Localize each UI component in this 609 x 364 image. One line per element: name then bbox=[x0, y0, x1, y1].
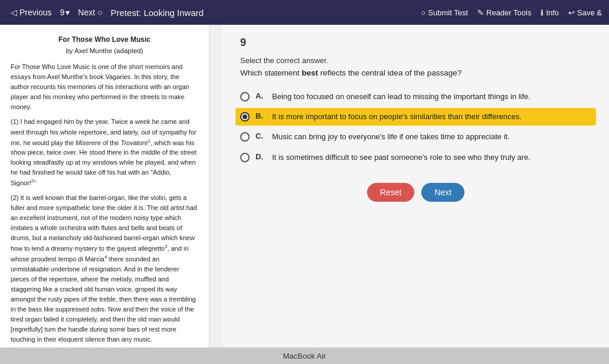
option-b-radio[interactable] bbox=[240, 112, 250, 122]
passage-paragraph-2: (2) It is well known that the barrel-org… bbox=[11, 193, 198, 345]
save-label: Save & bbox=[577, 8, 602, 17]
question-text: Which statement best reflects the centra… bbox=[240, 68, 591, 77]
radio-selected-dot bbox=[243, 114, 247, 119]
option-a-label: A. bbox=[256, 91, 266, 100]
option-d-row[interactable]: D. It is sometimes difficult to see past… bbox=[240, 150, 591, 165]
option-d-text: It is sometimes difficult to see past so… bbox=[272, 152, 531, 163]
option-a-text: Being too focused on oneself can lead to… bbox=[272, 91, 531, 102]
option-c-text: Music can bring joy to everyone's life i… bbox=[272, 132, 510, 142]
submit-test-button[interactable]: ○ Submit Test bbox=[421, 8, 468, 17]
option-d-radio[interactable] bbox=[240, 153, 250, 162]
info-button[interactable]: ℹ Info bbox=[541, 8, 559, 17]
save-icon: ↩ bbox=[568, 8, 575, 17]
option-b-row[interactable]: B. It is more important to focus on peop… bbox=[235, 108, 596, 126]
reader-tools-icon: ✎ bbox=[477, 8, 484, 17]
passage-intro: For Those Who Love Music is one of the s… bbox=[11, 62, 198, 112]
toolbar: ◁ Previous 9 ▾ Next ○ Pretest: Looking I… bbox=[0, 0, 609, 25]
previous-arrow-icon: ◁ bbox=[11, 8, 17, 17]
toolbar-right: ○ Submit Test ✎ Reader Tools ℹ Info ↩ Sa… bbox=[421, 8, 602, 17]
passage-subtitle: by Axel Munthe (adapted) bbox=[11, 46, 198, 56]
passage-text: For Those Who Love Music is one of the s… bbox=[11, 62, 198, 347]
action-buttons: Reset Next bbox=[240, 183, 591, 202]
question-number-selector[interactable]: 9 ▾ bbox=[60, 8, 70, 17]
options-list: A. Being too focused on oneself can lead… bbox=[240, 89, 591, 165]
info-icon: ℹ bbox=[541, 8, 543, 17]
option-b-text: It is more important to focus on people'… bbox=[272, 112, 522, 122]
option-b-label: B. bbox=[256, 112, 266, 120]
reset-button[interactable]: Reset bbox=[367, 183, 415, 202]
taskbar-label: MacBook Air bbox=[283, 352, 326, 360]
next-circle-icon: ○ bbox=[97, 8, 102, 17]
option-c-label: C. bbox=[256, 132, 266, 140]
passage-panel: For Those Who Love Music by Axel Munthe … bbox=[0, 25, 209, 347]
main-content: For Those Who Love Music by Axel Munthe … bbox=[0, 25, 609, 347]
submit-icon: ○ bbox=[421, 8, 425, 17]
info-label: Info bbox=[546, 8, 559, 17]
next-label: Next bbox=[78, 8, 95, 17]
next-question-button[interactable]: Next bbox=[421, 183, 464, 202]
option-a-row[interactable]: A. Being too focused on oneself can lead… bbox=[240, 89, 591, 104]
previous-button[interactable]: ◁ Previous bbox=[7, 5, 55, 19]
option-c-radio[interactable] bbox=[240, 132, 250, 142]
question-panel: 9 Select the correct answer. Which state… bbox=[222, 25, 609, 347]
option-c-row[interactable]: C. Music can bring joy to everyone's lif… bbox=[240, 129, 591, 145]
question-number-badge: 9 bbox=[240, 37, 591, 49]
option-d-label: D. bbox=[256, 152, 266, 161]
save-button[interactable]: ↩ Save & bbox=[568, 8, 602, 17]
reader-tools-button[interactable]: ✎ Reader Tools bbox=[477, 8, 531, 17]
question-num-dropdown-icon: ▾ bbox=[66, 8, 70, 17]
taskbar: MacBook Air bbox=[0, 347, 609, 364]
previous-label: Previous bbox=[19, 8, 51, 17]
reader-tools-label: Reader Tools bbox=[486, 8, 531, 17]
option-a-radio[interactable] bbox=[240, 92, 250, 101]
toolbar-left: ◁ Previous 9 ▾ Next ○ Pretest: Looking I… bbox=[7, 5, 414, 19]
passage-paragraph-1: (1) I had engaged him by the year. Twice… bbox=[11, 117, 198, 188]
question-num-value: 9 bbox=[60, 8, 64, 17]
submit-label: Submit Test bbox=[428, 8, 468, 17]
passage-title: For Those Who Love Music bbox=[11, 34, 198, 45]
next-button[interactable]: Next ○ bbox=[74, 5, 106, 19]
question-direction: Select the correct answer. bbox=[240, 56, 591, 65]
page-title: Pretest: Looking Inward bbox=[111, 8, 204, 18]
